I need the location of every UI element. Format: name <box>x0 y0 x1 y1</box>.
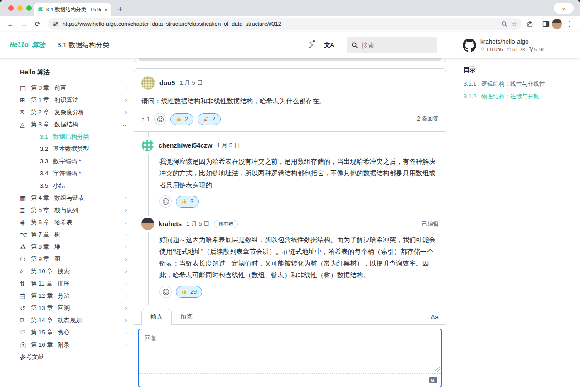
sidebar-subitem-3-4[interactable]: 3.4 字符编码 * <box>20 167 127 179</box>
sidebar-item-references[interactable]: 参考文献 <box>20 351 127 363</box>
sidebar-item-chapter-5[interactable]: ≣第 5 章 栈与队列› <box>20 204 127 216</box>
search-box[interactable] <box>347 37 437 53</box>
tab-search-button[interactable]: ⌄ <box>554 3 574 14</box>
sidebar-item-chapter-1[interactable]: ⊞第 1 章 初识算法› <box>20 94 127 106</box>
zoom-icon[interactable] <box>501 21 508 27</box>
language-switch-icon[interactable]: 文A <box>324 41 334 49</box>
chevron-right-icon: › <box>125 109 127 116</box>
reply-author[interactable]: krahets <box>159 220 182 227</box>
site-settings-icon[interactable] <box>53 21 59 27</box>
search-icon <box>351 42 358 48</box>
sidebar-item-chapter-14[interactable]: ⧉第 14 章 动态规划› <box>20 314 127 326</box>
browser-menu-icon[interactable]: ⋮ <box>564 20 575 28</box>
repo-meta: ♢1.0.0b6 ☆51.7k 6.1k <box>480 46 544 52</box>
text-style-icon[interactable]: Aa <box>430 314 439 324</box>
tab-write[interactable]: 输入 <box>141 309 172 325</box>
sidebar-item-chapter-0[interactable]: ▤第 0 章 前言› <box>20 82 127 94</box>
search-lines-icon: ⌕ <box>20 267 31 275</box>
toc-title: 目录 <box>464 66 577 74</box>
close-window-button[interactable] <box>8 5 14 11</box>
browser-profile-avatar[interactable] <box>552 19 562 29</box>
sidebar-item-chapter-2[interactable]: ⧖第 2 章 复杂度分析› <box>20 106 127 118</box>
add-reaction-button[interactable] <box>154 113 166 125</box>
repo-stars: 51.7k <box>512 47 525 52</box>
back-button[interactable]: ← <box>5 20 16 28</box>
sidebar-item-chapter-4[interactable]: ▦第 4 章 数组与链表› <box>20 192 127 204</box>
reply-date: 1 月 5 日 <box>186 220 209 228</box>
sidebar-item-chapter-15[interactable]: ♡第 15 章 贪心› <box>20 326 127 339</box>
party-popper-emoji <box>203 116 209 122</box>
new-tab-button[interactable]: + <box>118 5 122 14</box>
reaction-count: 2 <box>185 116 188 122</box>
reaction-thumbs-up[interactable]: 29 <box>176 286 202 298</box>
repo-name[interactable]: krahets/hello-algo <box>480 38 544 45</box>
bookmark-star-icon[interactable]: ☆ <box>511 20 517 28</box>
sidebar-item-chapter-10[interactable]: ⌕第 10 章 搜索› <box>20 265 127 277</box>
avatar[interactable] <box>141 139 154 152</box>
search-input[interactable] <box>362 42 420 49</box>
github-repo-link[interactable]: krahets/hello-algo ♢1.0.0b6 ☆51.7k 6.1k <box>463 38 544 52</box>
extensions-icon[interactable] <box>526 20 534 28</box>
reply-date: 1 月 5 日 <box>217 141 240 150</box>
site-logo[interactable]: Hello 算法 <box>10 41 44 49</box>
url-text[interactable]: https://www.hello-algo.com/chapter_data_… <box>63 21 498 27</box>
stack-icon: ≣ <box>20 207 31 214</box>
tab-preview[interactable]: 预览 <box>172 309 201 324</box>
window-controls[interactable] <box>8 5 32 11</box>
sidebar-item-chapter-6[interactable]: ⋕第 6 章 哈希表› <box>20 216 127 228</box>
reply-author[interactable]: chenzhiwei54czw <box>159 142 212 149</box>
comment-author[interactable]: doo5 <box>160 79 175 87</box>
reaction-thumbs-up[interactable]: 2 <box>170 113 193 125</box>
theme-toggle-icon[interactable]: ☽✱ <box>306 40 313 50</box>
avatar[interactable] <box>141 218 154 230</box>
sidebar-subitem-3-1[interactable]: 3.1 数据结构分类 <box>20 131 127 143</box>
sidebar-item-chapter-12[interactable]: ⇶第 12 章 分治› <box>20 290 127 302</box>
sidebar-item-chapter-9[interactable]: ⎔第 9 章 图› <box>20 253 127 265</box>
sidebar-subitem-3-2[interactable]: 3.2 基本数据类型 <box>20 143 127 155</box>
sidebar-item-chapter-7[interactable]: ⌥第 7 章 树› <box>20 228 127 241</box>
graph-icon: ⎔ <box>20 256 31 263</box>
hourglass-icon: ⧖ <box>20 108 31 116</box>
sidebar-item-chapter-16[interactable]: ?第 16 章 附录› <box>20 339 127 351</box>
side-panel-icon[interactable] <box>542 20 550 28</box>
toc-item-3-1-2[interactable]: 3.1.2 物理结构：连续与分散 <box>464 92 577 104</box>
sidebar-item-chapter-3[interactable]: ◬第 3 章 数据结构⌄ <box>20 118 127 131</box>
reply-body: 我觉得应该是因为哈希表在没有冲突之前，是用数组存储的，当出现哈希冲突之后，有各种… <box>160 155 439 191</box>
toc-item-3-1-1[interactable]: 3.1.1 逻辑结构：线性与非线性 <box>464 79 577 92</box>
forward-button[interactable]: → <box>18 20 30 28</box>
reply-textarea[interactable] <box>139 329 441 373</box>
sidebar-subitem-3-5[interactable]: 3.5 小结 <box>20 179 127 192</box>
reaction-count: 2 <box>212 116 215 122</box>
avatar[interactable] <box>141 76 155 90</box>
resize-handle[interactable] <box>435 367 440 372</box>
sidebar-subitem-3-3[interactable]: 3.3 数字编码 * <box>20 155 127 167</box>
sidebar-item-chapter-13[interactable]: ↺第 13 章 回溯› <box>20 302 127 314</box>
fullscreen-window-button[interactable] <box>26 5 32 11</box>
tab-close-icon[interactable]: × <box>104 6 108 13</box>
reaction-count: 3 <box>190 198 193 205</box>
reaction-thumbs-up[interactable]: 3 <box>176 196 199 208</box>
browser-window: 算 3.1 数据结构分类 - Hello 算法 × + ⌄ ← → ⟳ http… <box>0 0 580 392</box>
browser-tab[interactable]: 算 3.1 数据结构分类 - Hello 算法 × <box>34 3 111 16</box>
repo-forks: 6.1k <box>534 47 544 52</box>
site-favicon: 算 <box>37 6 44 13</box>
chevron-right-icon: › <box>125 97 127 103</box>
address-bar[interactable]: https://www.hello-algo.com/chapter_data_… <box>48 18 522 30</box>
replies-count-label: 2 条回复 <box>417 115 439 123</box>
reaction-party[interactable]: 2 <box>198 113 221 125</box>
upvote-button[interactable]: ↑1 <box>141 116 150 123</box>
chevron-right-icon: › <box>125 207 127 213</box>
add-reaction-button[interactable] <box>160 286 172 298</box>
editor-tabs: 输入 预览 Aa <box>134 305 446 325</box>
sidebar-item-chapter-11[interactable]: ⇅第 11 章 排序› <box>20 277 127 290</box>
reply: chenzhiwei54czw 1 月 5 日 我觉得应该是因为哈希表在没有冲突… <box>141 132 439 210</box>
array-grid-icon: ▦ <box>20 194 31 202</box>
previous-comment-partial <box>134 58 446 62</box>
hash-table-icon: ⋕ <box>20 219 31 226</box>
sort-icon: ⇅ <box>20 280 31 287</box>
minimize-window-button[interactable] <box>17 5 23 11</box>
add-reaction-button[interactable] <box>160 195 172 208</box>
reaction-count: 29 <box>190 289 197 295</box>
sidebar-item-chapter-8[interactable]: ⁂第 8 章 堆› <box>20 241 127 253</box>
refresh-button[interactable]: ⟳ <box>32 20 44 28</box>
